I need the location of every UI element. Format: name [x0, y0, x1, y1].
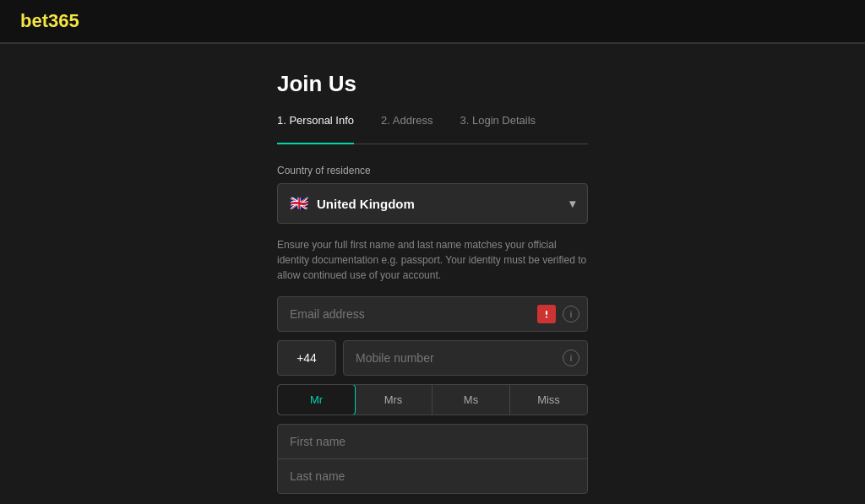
email-error-icon — [537, 305, 556, 323]
email-icons: i — [537, 305, 579, 323]
first-name-input[interactable] — [278, 425, 587, 459]
last-name-input[interactable] — [278, 459, 587, 493]
phone-input-wrapper: i — [343, 340, 588, 376]
title-ms-button[interactable]: Ms — [432, 385, 510, 415]
phone-info-icon[interactable]: i — [563, 350, 579, 366]
phone-country-code[interactable]: +44 — [277, 340, 336, 376]
header: bet365 — [0, 0, 865, 43]
country-flag: 🇬🇧 — [290, 194, 308, 213]
title-mrs-button[interactable]: Mrs — [355, 385, 432, 415]
svg-rect-0 — [546, 311, 547, 315]
country-label: Country of residence — [277, 165, 588, 176]
email-field-wrapper: i — [277, 296, 588, 332]
email-info-icon[interactable]: i — [563, 306, 579, 322]
step-address[interactable]: 2. Address — [381, 114, 432, 133]
phone-row: +44 i — [277, 340, 588, 376]
identity-info-text: Ensure your full first name and last nam… — [277, 237, 588, 283]
title-buttons: Mr Mrs Ms Miss — [277, 384, 588, 415]
page-title: Join Us — [277, 71, 588, 97]
name-fields — [277, 424, 588, 494]
step-login-details[interactable]: 3. Login Details — [460, 114, 536, 133]
steps-navigation: 1. Personal Info 2. Address 3. Login Det… — [277, 114, 588, 144]
phone-input[interactable] — [343, 340, 588, 376]
title-mr-button[interactable]: Mr — [277, 384, 356, 415]
logo-text-highlight: 365 — [48, 10, 79, 31]
main-content: Join Us 1. Personal Info 2. Address 3. L… — [264, 44, 601, 504]
chevron-down-icon: ▾ — [569, 197, 575, 210]
svg-rect-1 — [546, 317, 547, 318]
country-select-wrapper: 🇬🇧 United Kingdom ▾ — [277, 183, 588, 224]
step-personal-info[interactable]: 1. Personal Info — [277, 114, 354, 144]
country-select[interactable]: 🇬🇧 United Kingdom ▾ — [277, 183, 588, 224]
logo: bet365 — [20, 10, 845, 32]
title-miss-button[interactable]: Miss — [510, 385, 587, 415]
logo-text-start: bet — [20, 10, 48, 31]
phone-info-wrapper: i — [563, 350, 579, 366]
country-value: United Kingdom — [317, 197, 415, 211]
